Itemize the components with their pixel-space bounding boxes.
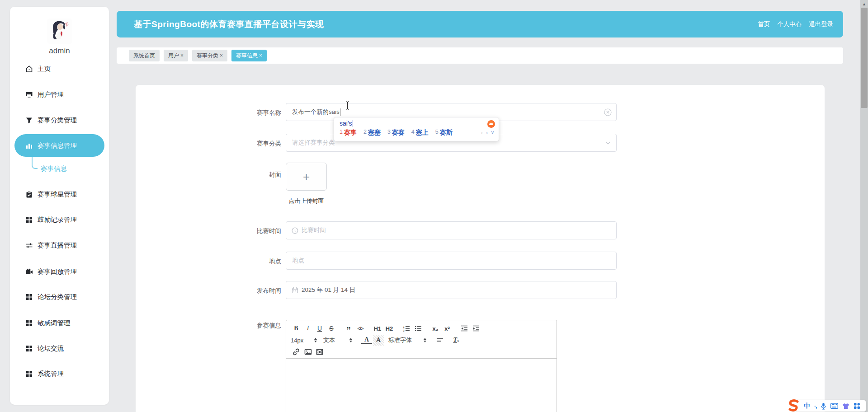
svg-text:3: 3 [403, 329, 405, 332]
candidate-num: 2 [363, 129, 367, 137]
underline-button[interactable]: U [314, 323, 325, 334]
nav-home-link[interactable]: 首页 [758, 20, 770, 28]
insert-link-button[interactable] [291, 346, 302, 357]
align-button[interactable] [434, 335, 445, 346]
tab-event-info[interactable]: 赛事信息× [231, 50, 267, 61]
ime-composition-text: sai's [340, 120, 352, 127]
sidebar-item-event-stars[interactable]: 赛事球星管理 [25, 189, 77, 200]
header-bar: 基于SpringBoot的体育赛事直播平台设计与实现 首页 个人中心 退出登录 [117, 11, 843, 37]
bold-button[interactable]: B [291, 323, 302, 334]
tab-event-category[interactable]: 赛事分类× [192, 50, 227, 61]
avatar[interactable] [47, 19, 72, 44]
subscript-button[interactable]: x₂ [430, 323, 441, 334]
sidebar-item-event-info-active[interactable]: 赛事信息管理 [14, 134, 104, 157]
category-label: 赛事分类 [191, 140, 281, 148]
clear-input-icon[interactable] [604, 108, 612, 116]
paragraph-style-value: 文本 [323, 336, 335, 344]
tray-menu-icon[interactable] [854, 403, 860, 409]
strikethrough-button[interactable]: S [326, 323, 337, 334]
sidebar-item-label: 赛事分类管理 [38, 116, 77, 125]
sidebar-item-sensitive-words[interactable]: 敏感词管理 [25, 318, 71, 328]
ime-paging: ‹ › ˅ [481, 130, 494, 136]
indent-button[interactable] [471, 323, 481, 334]
tab-system-home[interactable]: 系统首页 [129, 50, 160, 61]
ime-candidate-2[interactable]: 2塞塞 [363, 129, 381, 137]
sidebar-item-label: 赛事回放管理 [38, 267, 77, 276]
heading1-button[interactable]: H1 [372, 323, 383, 334]
sidebar-username: admin [10, 47, 109, 56]
ime-candidate-3[interactable]: 3赛赛 [387, 129, 405, 137]
superscript-button[interactable]: x² [442, 323, 453, 334]
calendar-icon [292, 287, 298, 294]
scrollbar-thumb[interactable] [861, 8, 868, 108]
italic-button[interactable]: I [302, 323, 313, 334]
event-name-value: 发布一个新的sais [292, 108, 340, 116]
ime-next-icon[interactable]: › [486, 130, 488, 136]
sidebar-item-label: 系统管理 [38, 370, 64, 378]
tab-close-icon[interactable]: × [220, 52, 223, 59]
insert-video-button[interactable] [314, 346, 325, 357]
location-placeholder: 地点 [292, 257, 304, 265]
tab-close-icon[interactable]: × [259, 52, 262, 59]
ime-candidate-window: sai's 1赛事 2塞塞 3赛赛 4塞上 5赛斯 ‹ › ˅ [334, 117, 499, 141]
scroll-up-icon[interactable]: ▲ [860, 0, 868, 8]
filter-icon [25, 117, 33, 124]
paragraph-style-select[interactable]: 文本 [323, 336, 352, 344]
font-size-select[interactable]: 14px [291, 337, 317, 344]
video-camera-icon [25, 268, 33, 276]
code-block-button[interactable]: </> [355, 323, 366, 334]
publish-time-input[interactable]: 2025 年 01 月 14 日 [286, 281, 617, 299]
blockquote-button[interactable]: ” [343, 323, 354, 334]
select-arrows-icon [349, 338, 352, 342]
bar-chart-icon [25, 142, 33, 150]
cover-upload-button[interactable]: + [286, 163, 327, 191]
clear-format-button[interactable]: Tx [451, 335, 462, 346]
punctuation-icon[interactable]: ·, [814, 403, 816, 409]
nav-logout-link[interactable]: 退出登录 [809, 20, 833, 28]
clock-icon [292, 227, 298, 234]
ime-candidate-row: 1赛事 2塞塞 3赛赛 4塞上 5赛斯 ‹ › ˅ [340, 129, 494, 137]
tab-users[interactable]: 用户× [164, 50, 188, 61]
sidebar-item-users[interactable]: 用户管理 [25, 89, 64, 100]
grid-icon [25, 370, 33, 378]
sidebar-item-home[interactable]: 主页 [25, 63, 51, 74]
ime-tray: 中 ·, [792, 400, 866, 412]
text-color-button[interactable]: A [361, 337, 372, 344]
sidebar-item-replay-management[interactable]: 赛事回放管理 [25, 266, 77, 277]
ordered-list-button[interactable]: 123 [401, 323, 412, 334]
skin-tshirt-icon[interactable] [842, 403, 849, 409]
insert-image-button[interactable] [302, 346, 313, 357]
outdent-button[interactable] [459, 323, 470, 334]
sogou-logo-icon[interactable] [487, 120, 495, 128]
highlight-color-button[interactable]: A [373, 335, 384, 346]
candidate-word: 赛斯 [440, 129, 453, 137]
keyboard-icon[interactable] [830, 403, 838, 409]
ime-expand-icon[interactable]: ˅ [491, 130, 494, 136]
ime-composition: sai's [340, 120, 494, 127]
ime-lang-toggle[interactable]: 中 [804, 402, 810, 410]
sidebar-item-live-management[interactable]: 赛事直播管理 [25, 240, 77, 251]
heading2-button[interactable]: H2 [384, 323, 395, 334]
match-time-input[interactable]: 比赛时间 [286, 221, 617, 239]
bullet-list-button[interactable] [413, 323, 424, 334]
location-input[interactable]: 地点 [286, 252, 617, 270]
sidebar-subitem-event-info[interactable]: 赛事信息 [41, 163, 67, 174]
sidebar-item-forum-exchange[interactable]: 论坛交流 [25, 343, 64, 354]
nav-profile-link[interactable]: 个人中心 [777, 20, 802, 28]
ime-candidate-4[interactable]: 4塞上 [411, 129, 429, 137]
editor-content-area[interactable] [286, 359, 557, 412]
microphone-icon[interactable] [821, 403, 826, 410]
ime-prev-icon[interactable]: ‹ [481, 130, 483, 136]
sidebar-item-system-management[interactable]: 系统管理 [25, 368, 64, 379]
sidebar-item-encourage-records[interactable]: 鼓励记录管理 [25, 214, 77, 225]
sidebar-item-forum-category[interactable]: 论坛分类管理 [25, 291, 77, 302]
candidate-num: 5 [435, 129, 439, 137]
sidebar-item-event-category[interactable]: 赛事分类管理 [25, 115, 77, 126]
event-name-label: 赛事名称 [191, 109, 281, 117]
tab-close-icon[interactable]: × [180, 52, 184, 59]
ime-candidate-5[interactable]: 5赛斯 [435, 129, 453, 137]
sogou-logo-icon[interactable] [788, 399, 800, 412]
ime-candidate-1[interactable]: 1赛事 [340, 129, 357, 137]
entry-info-label: 参赛信息 [191, 322, 281, 330]
font-family-select[interactable]: 标准字体 [388, 336, 426, 344]
